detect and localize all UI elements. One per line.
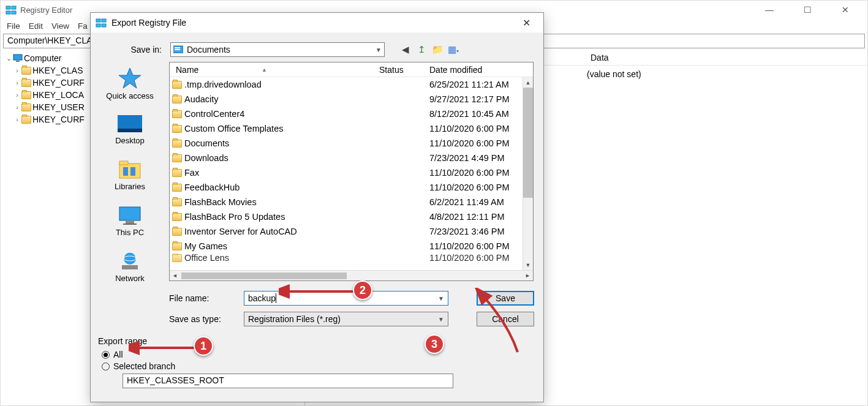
- scroll-left-icon[interactable]: ◄: [170, 271, 180, 281]
- folder-icon: [170, 228, 184, 236]
- tree-key[interactable]: HKEY_LOCA: [32, 90, 84, 100]
- tree-key[interactable]: HKEY_USER: [32, 102, 85, 112]
- tree-expand-icon[interactable]: ›: [13, 103, 21, 111]
- tree-key[interactable]: HKEY_CURF: [32, 78, 85, 88]
- file-date: 6/2/2021 11:49 AM: [429, 197, 533, 207]
- save-as-type-label: Save as type:: [169, 314, 236, 324]
- file-name: Custom Office Templates: [184, 124, 379, 133]
- tree-expand-icon[interactable]: ›: [13, 116, 21, 123]
- scroll-down-icon[interactable]: ▼: [523, 260, 533, 270]
- file-date: 11/10/2020 6:00 PM: [429, 138, 533, 148]
- file-row[interactable]: My Games11/10/2020 6:00 PM: [170, 239, 533, 254]
- svg-rect-2: [6, 11, 10, 14]
- menu-edit[interactable]: Edit: [29, 21, 43, 31]
- svg-rect-20: [119, 207, 140, 220]
- dialog-title-bar[interactable]: Export Registry File ✕: [91, 13, 543, 32]
- place-network[interactable]: Network: [115, 250, 145, 283]
- view-menu-icon[interactable]: ▦▾: [447, 44, 459, 55]
- file-name: Office Lens: [184, 254, 379, 262]
- tree-key[interactable]: HKEY_CLAS: [32, 66, 83, 75]
- scroll-thumb[interactable]: [523, 88, 533, 198]
- file-date: 11/10/2020 6:00 PM: [429, 168, 533, 178]
- nav-up-icon[interactable]: ↥: [415, 44, 428, 55]
- svg-rect-17: [119, 161, 128, 165]
- scroll-thumb[interactable]: [181, 273, 347, 279]
- menu-view[interactable]: View: [51, 21, 69, 31]
- save-in-label: Save in:: [127, 45, 164, 55]
- file-list[interactable]: Name▲ Status Date modified .tmp.drivedow…: [169, 62, 534, 281]
- nav-back-icon[interactable]: ◀: [399, 44, 412, 55]
- close-button[interactable]: ✕: [832, 5, 859, 15]
- file-row[interactable]: FlashBack Movies6/2/2021 11:49 AM: [170, 195, 533, 209]
- cancel-button[interactable]: Cancel: [477, 312, 534, 326]
- file-row[interactable]: FlashBack Pro 5 Updates4/8/2021 12:11 PM: [170, 209, 533, 224]
- place-libraries[interactable]: Libraries: [115, 159, 145, 191]
- svg-rect-4: [13, 55, 22, 60]
- scroll-right-icon[interactable]: ►: [523, 271, 533, 281]
- dropdown-icon: ▼: [438, 316, 444, 323]
- svg-rect-21: [126, 221, 134, 224]
- tree-expand-icon[interactable]: ›: [13, 79, 21, 86]
- sort-asc-icon: ▲: [262, 67, 267, 73]
- svg-rect-0: [6, 6, 10, 9]
- save-in-combo[interactable]: Documents ▼: [170, 42, 385, 57]
- text-caret: [276, 293, 276, 303]
- menu-favorites[interactable]: Fa: [78, 21, 88, 31]
- file-name: Downloads: [184, 153, 379, 163]
- radio-selected-branch[interactable]: Selected branch: [102, 361, 532, 371]
- file-row[interactable]: Downloads7/23/2021 4:49 PM: [170, 151, 533, 165]
- vertical-scrollbar[interactable]: ▲ ▼: [523, 77, 533, 270]
- tree-expand-icon[interactable]: ›: [13, 67, 21, 74]
- dialog-close-button[interactable]: ✕: [514, 17, 538, 29]
- column-date[interactable]: Date modified: [429, 65, 533, 75]
- column-header-data[interactable]: Data: [586, 53, 867, 62]
- save-button[interactable]: Save: [477, 291, 534, 306]
- place-desktop[interactable]: Desktop: [115, 114, 145, 145]
- column-status[interactable]: Status: [379, 65, 429, 75]
- file-date: 7/23/2021 3:46 PM: [429, 227, 533, 236]
- svg-marker-13: [119, 68, 141, 88]
- file-row[interactable]: Fax11/10/2020 6:00 PM: [170, 165, 533, 180]
- horizontal-scrollbar[interactable]: ◄ ►: [170, 270, 533, 280]
- scroll-up-icon[interactable]: ▲: [523, 77, 533, 88]
- menu-file[interactable]: File: [7, 21, 20, 31]
- file-row[interactable]: Inventor Server for AutoCAD7/23/2021 3:4…: [170, 224, 533, 239]
- computer-icon: [13, 54, 23, 62]
- file-name: FeedbackHub: [184, 182, 379, 192]
- file-row[interactable]: Audacity9/27/2021 12:17 PM: [170, 92, 533, 107]
- file-row[interactable]: Documents11/10/2020 6:00 PM: [170, 136, 533, 151]
- place-quick-access[interactable]: Quick access: [106, 67, 153, 100]
- svg-rect-8: [96, 24, 100, 27]
- file-row[interactable]: Custom Office Templates11/10/2020 6:00 P…: [170, 121, 533, 136]
- folder-icon: [170, 81, 184, 89]
- dropdown-icon: ▼: [376, 47, 382, 53]
- file-row[interactable]: ControlCenter48/12/2021 10:45 AM: [170, 107, 533, 121]
- place-this-pc[interactable]: This PC: [116, 205, 144, 237]
- file-name: Inventor Server for AutoCAD: [184, 227, 379, 236]
- file-date: 7/23/2021 4:49 PM: [429, 153, 533, 163]
- minimize-button[interactable]: —: [756, 5, 783, 15]
- folder-icon: [21, 79, 31, 87]
- file-row[interactable]: Office Lens11/10/2020 6:00 PM: [170, 254, 533, 262]
- svg-rect-12: [175, 49, 180, 50]
- svg-rect-25: [122, 265, 138, 269]
- maximize-button[interactable]: ☐: [794, 5, 821, 15]
- tree-expand-icon[interactable]: ⌄: [4, 55, 13, 62]
- places-sidebar: Quick access Desktop Libraries This PC N…: [97, 63, 163, 283]
- new-folder-icon[interactable]: 📁: [431, 44, 443, 55]
- file-date: 11/10/2020 6:00 PM: [429, 124, 533, 133]
- radio-all[interactable]: All: [102, 350, 532, 359]
- tree-key[interactable]: HKEY_CURF: [32, 115, 85, 124]
- save-as-type-combo[interactable]: Registration Files (*.reg) ▼: [244, 312, 448, 326]
- column-name[interactable]: Name▲: [170, 65, 379, 75]
- file-row[interactable]: .tmp.drivedownload6/25/2021 11:21 AM: [170, 77, 533, 92]
- selected-branch-input[interactable]: HKEY_CLASSES_ROOT: [123, 374, 453, 388]
- file-name-input[interactable]: backup ▼: [244, 291, 448, 306]
- svg-rect-6: [96, 19, 100, 22]
- radio-icon: [102, 351, 110, 359]
- tree-expand-icon[interactable]: ›: [13, 91, 21, 99]
- tree-root[interactable]: Computer: [24, 53, 61, 63]
- file-date: 6/25/2021 11:21 AM: [429, 80, 533, 89]
- file-row[interactable]: FeedbackHub11/10/2020 6:00 PM: [170, 180, 533, 195]
- file-name: Audacity: [184, 94, 379, 104]
